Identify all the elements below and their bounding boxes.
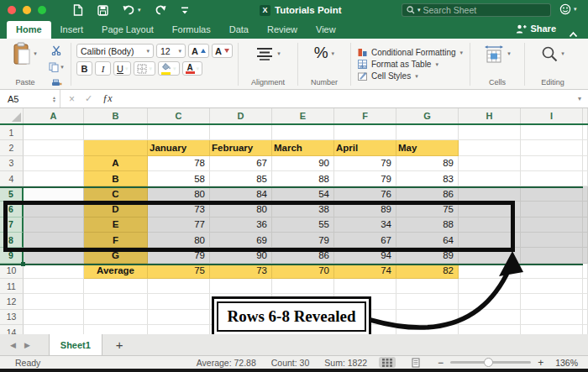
save-icon[interactable]	[97, 5, 108, 16]
cell-F4[interactable]: 79	[334, 171, 396, 186]
cell-G1[interactable]	[396, 125, 459, 140]
italic-button[interactable]: I	[95, 61, 111, 76]
cell-E1[interactable]	[272, 125, 334, 140]
cell-G3[interactable]: 89	[396, 156, 459, 171]
paste-dropdown-icon[interactable]: ▾	[34, 50, 37, 57]
zoom-window-button[interactable]	[38, 6, 46, 14]
cell-H13[interactable]	[459, 310, 521, 325]
cell-G14[interactable]	[396, 325, 459, 334]
cell-I8[interactable]	[521, 233, 583, 248]
zoom-out-button[interactable]: −	[438, 357, 444, 369]
cell-I2[interactable]	[521, 140, 583, 155]
cell-F11[interactable]	[334, 279, 396, 294]
search-scope-dropdown-icon[interactable]: ▾	[417, 7, 421, 13]
cell-B5[interactable]: C	[84, 186, 148, 202]
cell-H2[interactable]	[459, 140, 521, 155]
prev-sheet-icon[interactable]: ◀	[10, 341, 16, 349]
cell-A1[interactable]	[24, 125, 84, 140]
column-header-I[interactable]: I	[521, 108, 583, 123]
formula-bar-expand-icon[interactable]: ▾	[578, 95, 581, 102]
column-header-A[interactable]: A	[24, 108, 84, 123]
cell-G12[interactable]	[396, 294, 459, 309]
redo-icon[interactable]	[155, 5, 166, 15]
cell-D3[interactable]: 67	[210, 156, 272, 171]
cell-D4[interactable]: 85	[210, 171, 272, 186]
close-window-button[interactable]	[8, 6, 16, 14]
cell-I14[interactable]	[521, 325, 583, 334]
select-all-corner[interactable]	[0, 108, 24, 123]
increase-font-size-button[interactable]: A	[188, 44, 209, 58]
cell-B4[interactable]: B	[84, 171, 148, 186]
cell-D1[interactable]	[210, 125, 272, 140]
cell-C4[interactable]: 58	[148, 171, 210, 186]
column-header-D[interactable]: D	[210, 108, 272, 123]
cell-B2[interactable]	[84, 140, 148, 155]
format-painter-icon[interactable]	[51, 76, 62, 91]
copy-button[interactable]: ▾	[49, 62, 64, 72]
cell-B3[interactable]: A	[84, 156, 148, 171]
name-box[interactable]: A5 ▲▼	[0, 90, 60, 107]
row-header-11[interactable]: 11	[0, 279, 24, 294]
cancel-entry-icon[interactable]: ×	[69, 93, 75, 105]
cell-H1[interactable]	[459, 125, 521, 140]
cell-E4[interactable]: 88	[272, 171, 334, 186]
cell-B12[interactable]	[84, 294, 148, 309]
cell-I11[interactable]	[521, 279, 583, 294]
cell-A11[interactable]	[24, 279, 84, 294]
cell-I1[interactable]	[521, 125, 583, 140]
cell-A14[interactable]	[24, 325, 84, 334]
add-sheet-button[interactable]: +	[116, 338, 123, 352]
cell-H3[interactable]	[459, 156, 521, 171]
cell-A5[interactable]	[24, 186, 84, 202]
cell-F2[interactable]: April	[334, 140, 396, 155]
cell-H10[interactable]	[459, 264, 521, 279]
font-name-select[interactable]: Calibri (Body)▾	[76, 44, 154, 58]
normal-view-button[interactable]	[379, 357, 396, 368]
cell-H5[interactable]	[459, 186, 521, 202]
cell-E2[interactable]: March	[272, 140, 334, 155]
cell-G11[interactable]	[396, 279, 459, 294]
cell-A4[interactable]	[24, 171, 84, 186]
new-document-icon[interactable]	[73, 4, 83, 16]
decrease-font-size-button[interactable]: A	[212, 44, 233, 58]
next-sheet-icon[interactable]: ▶	[24, 341, 30, 349]
borders-button[interactable]: ▾	[134, 61, 155, 76]
cell-G2[interactable]: May	[396, 140, 459, 155]
cell-G13[interactable]	[396, 310, 459, 325]
row-header-12[interactable]: 12	[0, 294, 24, 309]
copy-dropdown-icon[interactable]: ▾	[60, 64, 64, 71]
underline-button[interactable]: U▾	[113, 61, 131, 76]
feedback-dropdown-icon[interactable]: ▾	[574, 6, 577, 13]
cell-C12[interactable]	[148, 294, 210, 309]
cell-H11[interactable]	[459, 279, 521, 294]
cell-I5[interactable]	[521, 186, 583, 202]
cell-E5[interactable]: 54	[272, 186, 334, 202]
cell-B13[interactable]	[84, 310, 148, 325]
selection-fill-handle[interactable]	[21, 262, 25, 266]
cell-I6[interactable]	[521, 202, 583, 217]
zoom-in-button[interactable]: +	[538, 357, 543, 369]
undo-dropdown-icon[interactable]: ▾	[138, 7, 141, 13]
row-header-10[interactable]: 10	[0, 264, 24, 279]
formula-input[interactable]	[121, 90, 578, 107]
cells-button[interactable]: ▾	[484, 45, 511, 63]
cell-F10[interactable]: 74	[334, 264, 396, 279]
row-header-5[interactable]: 5	[0, 186, 24, 202]
cell-I9[interactable]	[521, 248, 583, 263]
editing-button[interactable]: ▾	[541, 45, 564, 62]
cell-H14[interactable]	[459, 325, 521, 334]
cell-I4[interactable]	[521, 171, 583, 186]
toolbar-options-icon[interactable]	[181, 6, 189, 14]
cell-A3[interactable]	[24, 156, 84, 171]
cell-I3[interactable]	[521, 156, 583, 171]
cell-E10[interactable]: 70	[272, 264, 334, 279]
cell-F5[interactable]: 76	[334, 186, 396, 202]
cell-B1[interactable]	[84, 125, 148, 140]
row-header-2[interactable]: 2	[0, 140, 24, 155]
cell-D2[interactable]: February	[210, 140, 272, 155]
tab-insert[interactable]: Insert	[51, 21, 93, 39]
tab-formulas[interactable]: Formulas	[163, 21, 220, 39]
row-header-3[interactable]: 3	[0, 156, 24, 171]
cell-C10[interactable]: 75	[148, 264, 210, 279]
column-header-E[interactable]: E	[272, 108, 334, 123]
